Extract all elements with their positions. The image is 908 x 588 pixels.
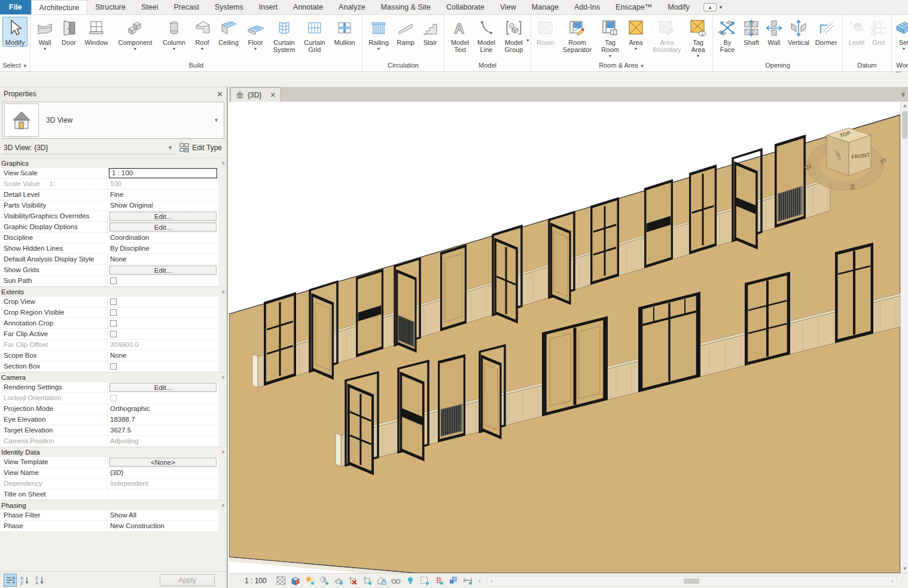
sun-path-icon[interactable] (303, 575, 317, 587)
section-header-identity-data[interactable]: Identity Data» (0, 447, 227, 457)
temporary-view-properties-icon[interactable] (418, 575, 432, 587)
edit-button[interactable]: Edit... (109, 266, 217, 275)
ribbon-tab-add-ins[interactable]: Add-Ins (566, 0, 608, 14)
checkbox[interactable] (110, 363, 117, 370)
vertical-scrollbar[interactable]: ▲ ▼ (900, 102, 908, 573)
vertical-button[interactable]: Vertical (785, 17, 812, 47)
scroll-down-icon[interactable]: ▼ (901, 565, 908, 573)
visual-style-icon[interactable] (288, 575, 303, 587)
property-value[interactable]: 18388.7 (108, 415, 218, 425)
tag-area-button[interactable]: 1Tag Area▼ (686, 17, 710, 59)
crop-region-icon[interactable] (360, 575, 374, 587)
ribbon-tab-systems[interactable]: Systems (207, 0, 251, 14)
view-scale-input[interactable]: 1 : 100 (109, 168, 217, 178)
chevron-down-icon[interactable]: ▼ (214, 117, 224, 123)
ribbon-tab-collaborate[interactable]: Collaborate (438, 0, 492, 14)
chevron-down-icon[interactable]: ▼ (200, 47, 205, 51)
collapse-chevron-icon[interactable]: » (220, 504, 226, 507)
door-element[interactable] (440, 244, 467, 331)
model-group-button[interactable]: Model Group▼ (499, 17, 528, 54)
horizontal-scroll-thumb[interactable] (684, 578, 699, 584)
tab-list-chevron-icon[interactable]: ≫ (900, 92, 906, 97)
shadows-icon[interactable] (317, 575, 331, 587)
door-button[interactable]: Door (57, 17, 80, 47)
ribbon-tab-file[interactable]: File (0, 0, 31, 14)
type-selector[interactable]: 3D View ▼ (2, 102, 224, 139)
analytical-model-icon[interactable] (432, 575, 446, 587)
property-value[interactable]: Coordination (108, 233, 218, 243)
ribbon-tab-steel[interactable]: Steel (133, 0, 166, 14)
edit-button[interactable]: <None> (109, 458, 217, 467)
collapse-chevron-icon[interactable]: » (220, 162, 226, 164)
apply-button[interactable]: Apply (160, 574, 215, 586)
collapse-chevron-icon[interactable]: ‹ (475, 577, 485, 585)
ribbon-tab-modify[interactable]: Modify (660, 0, 697, 14)
view-tab-3d[interactable]: {3D} ✕ (230, 87, 281, 102)
ribbon-tab-enscape-[interactable]: Enscape™ (608, 0, 660, 14)
ribbon-tab-manage[interactable]: Manage (524, 0, 566, 14)
reveal-constraints-icon[interactable] (461, 575, 475, 587)
vertical-scroll-thumb[interactable] (902, 111, 907, 139)
curtain-grid-button[interactable]: Curtain Grid (300, 17, 329, 54)
curtain-system-button[interactable]: Curtain System (269, 17, 300, 54)
rendering-dialog-icon[interactable] (331, 575, 346, 587)
3d-viewport[interactable]: NESWTOPFRONTLEFT (229, 102, 900, 573)
ribbon-display-toggle[interactable]: ▲▼ (703, 0, 723, 14)
properties-sort-button[interactable] (4, 574, 17, 587)
door-element[interactable] (638, 292, 700, 392)
chevron-down-icon[interactable]: ▼ (23, 63, 28, 69)
3d-scene[interactable]: NESWTOPFRONTLEFT (229, 102, 900, 573)
close-icon[interactable]: ✕ (217, 90, 223, 99)
scroll-left-icon[interactable]: ‹ (487, 577, 496, 586)
chevron-down-icon[interactable]: ▼ (172, 47, 176, 51)
area-button[interactable]: Area▼ (624, 17, 648, 51)
resize-grip[interactable]: ⋰ (900, 577, 907, 584)
edit-button[interactable]: Edit... (109, 383, 217, 392)
collapse-chevron-icon[interactable]: » (220, 376, 226, 379)
temporary-hide-isolate-icon[interactable] (403, 575, 418, 587)
scroll-right-icon[interactable]: › (888, 577, 897, 586)
chevron-down-icon[interactable]: ▼ (43, 47, 47, 51)
collapse-chevron-icon[interactable]: » (220, 450, 226, 453)
door-element[interactable] (745, 272, 790, 365)
modify-button[interactable]: Modify (2, 17, 28, 47)
close-icon[interactable]: ✕ (270, 91, 276, 99)
dormer-button[interactable]: Dormer (812, 17, 840, 47)
section-header-camera[interactable]: Camera» (0, 372, 227, 382)
property-value[interactable]: None (108, 254, 218, 264)
property-value[interactable]: 3627.5 (108, 425, 218, 435)
element-selector-combo[interactable]: 3D View: {3D} ▼ (2, 141, 176, 154)
view-scale-control[interactable]: 1 : 100 (229, 577, 274, 585)
checkbox[interactable] (110, 309, 117, 316)
sort-descending-button[interactable]: ZA (33, 574, 47, 587)
property-value[interactable]: By Discipline (108, 243, 218, 254)
checkbox[interactable] (110, 320, 117, 327)
model-line-button[interactable]: Model Line (474, 17, 499, 54)
edit-button[interactable]: Edit... (109, 223, 217, 231)
ribbon-tab-architecture[interactable]: Architecture (31, 0, 88, 14)
chevron-down-icon[interactable]: ▼ (133, 47, 138, 51)
property-value[interactable]: Show All (108, 510, 218, 520)
property-value[interactable]: {3D} (108, 468, 218, 478)
tag-room-button[interactable]: 1Tag Room▼ (597, 17, 623, 59)
scroll-up-icon[interactable]: ▲ (901, 102, 908, 110)
door-element[interactable] (264, 292, 296, 386)
stair-button[interactable]: Stair (419, 17, 441, 47)
ribbon-tab-insert[interactable]: Insert (251, 0, 285, 14)
property-value[interactable]: None (108, 351, 218, 361)
edit-type-button[interactable]: Edit Type (176, 142, 224, 154)
chevron-down-icon[interactable]: ▼ (608, 54, 613, 58)
ribbon-tab-annotate[interactable]: Annotate (285, 0, 331, 14)
checkbox[interactable] (110, 278, 117, 284)
door-element[interactable] (542, 316, 608, 417)
checkbox[interactable] (110, 331, 117, 337)
checkbox[interactable] (110, 298, 117, 305)
chevron-down-icon[interactable]: ▼ (254, 47, 258, 51)
door-element[interactable] (775, 135, 806, 228)
chevron-down-icon[interactable]: ▼ (696, 54, 700, 58)
detail-level-icon[interactable] (274, 575, 288, 587)
window-button[interactable]: Window (81, 17, 112, 47)
property-value[interactable]: Orthographic (108, 404, 218, 414)
chevron-down-icon[interactable]: ▼ (718, 5, 723, 10)
locked-3d-view-icon[interactable] (374, 575, 389, 587)
